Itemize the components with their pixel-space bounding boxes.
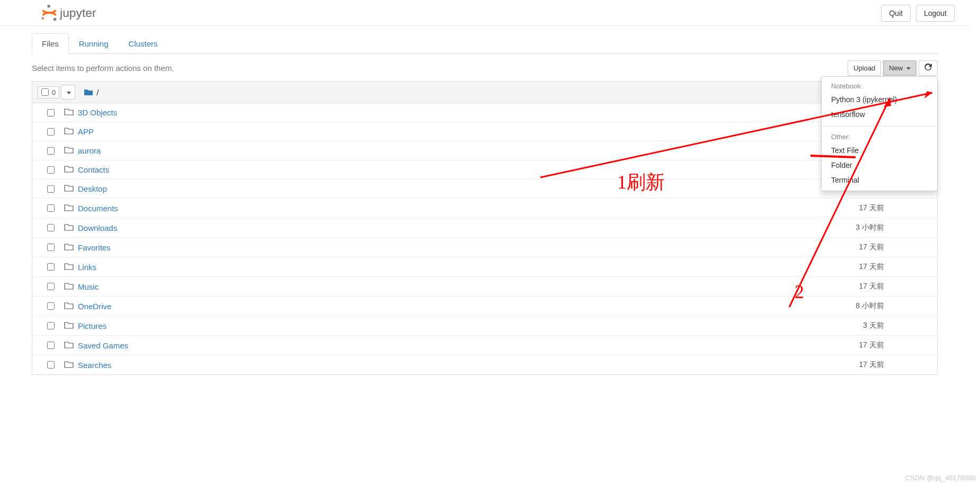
- file-name-link[interactable]: OneDrive: [78, 302, 111, 311]
- svg-point-0: [47, 5, 50, 8]
- new-button-label: New: [889, 64, 903, 72]
- logout-button[interactable]: Logout: [916, 5, 955, 22]
- file-modified: 3 小时前: [856, 223, 932, 232]
- caret-down-icon: [67, 92, 71, 94]
- dropdown-header-other: Other:: [822, 131, 937, 143]
- file-name-link[interactable]: aurora: [78, 146, 101, 155]
- folder-icon: [64, 184, 74, 193]
- dropdown-divider: [822, 126, 937, 127]
- file-modified: 17 天前: [859, 340, 932, 350]
- tab-running[interactable]: Running: [69, 33, 119, 54]
- folder-icon: [64, 223, 74, 232]
- folder-icon: [84, 88, 93, 96]
- folder-icon: [64, 165, 74, 174]
- select-all-box[interactable]: 0: [38, 86, 59, 98]
- folder-icon: [64, 321, 74, 330]
- file-name-link[interactable]: Music: [78, 282, 99, 291]
- file-row: Downloads3 小时前: [32, 218, 937, 237]
- file-name-link[interactable]: Links: [78, 263, 96, 272]
- file-name-link[interactable]: Saved Games: [78, 341, 128, 350]
- row-checkbox[interactable]: [47, 283, 55, 290]
- file-modified: 8 小时前: [856, 301, 932, 311]
- file-row: Links17 天前: [32, 257, 937, 276]
- file-name-link[interactable]: Favorites: [78, 243, 111, 252]
- refresh-button[interactable]: [919, 60, 938, 76]
- file-name-link[interactable]: Desktop: [78, 184, 107, 193]
- file-name-link[interactable]: 3D Objects: [78, 108, 117, 117]
- select-dropdown-button[interactable]: [61, 85, 75, 100]
- row-checkbox[interactable]: [47, 322, 55, 329]
- file-row: Music17 天前: [32, 276, 937, 296]
- file-name-link[interactable]: APP: [78, 127, 94, 136]
- file-modified: 17 天前: [859, 360, 932, 370]
- file-row: APP: [32, 122, 937, 141]
- caret-down-icon: [906, 67, 911, 70]
- folder-icon: [64, 204, 74, 213]
- jupyter-logo[interactable]: jupyter: [10, 3, 123, 23]
- tabs: Files Running Clusters: [32, 33, 938, 54]
- dropdown-item-tensorflow[interactable]: tensorflow: [822, 107, 937, 122]
- dropdown-header-notebook: Notebook:: [822, 80, 937, 92]
- row-checkbox[interactable]: [47, 361, 55, 369]
- tab-clusters[interactable]: Clusters: [119, 33, 168, 54]
- row-checkbox[interactable]: [47, 244, 55, 251]
- folder-icon: [64, 243, 74, 252]
- row-checkbox[interactable]: [47, 147, 55, 155]
- file-modified: 3 天前: [863, 321, 932, 330]
- row-checkbox[interactable]: [47, 128, 55, 136]
- folder-icon: [64, 108, 74, 117]
- file-row: Desktop: [32, 179, 937, 198]
- folder-icon: [64, 302, 74, 311]
- header-bar: jupyter Quit Logout: [0, 0, 969, 26]
- dropdown-item-terminal[interactable]: Terminal: [822, 173, 937, 187]
- file-name-link[interactable]: Searches: [78, 361, 111, 370]
- row-checkbox[interactable]: [47, 263, 55, 271]
- row-checkbox[interactable]: [47, 185, 55, 193]
- file-row: Favorites17 天前: [32, 237, 937, 257]
- file-name-link[interactable]: Pictures: [78, 321, 106, 330]
- file-modified: 17 天前: [859, 282, 932, 291]
- row-checkbox[interactable]: [47, 342, 55, 349]
- breadcrumb[interactable]: /: [84, 88, 99, 97]
- dropdown-item-folder[interactable]: Folder: [822, 158, 937, 173]
- svg-point-1: [54, 18, 57, 21]
- hint-text: Select items to perform actions on them.: [32, 64, 174, 73]
- file-row: Saved Games17 天前: [32, 335, 937, 355]
- file-row: Documents17 天前: [32, 198, 937, 218]
- folder-icon: [64, 263, 74, 272]
- folder-icon: [64, 361, 74, 370]
- file-name-link[interactable]: Documents: [78, 204, 118, 213]
- file-modified: 17 天前: [859, 262, 932, 272]
- row-checkbox[interactable]: [47, 109, 55, 116]
- new-button[interactable]: New: [883, 60, 916, 76]
- file-row: Searches17 天前: [32, 355, 937, 374]
- file-row: 3D Objects: [32, 103, 937, 122]
- file-row: Contacts: [32, 160, 937, 179]
- row-checkbox[interactable]: [47, 224, 55, 231]
- select-all-checkbox[interactable]: [41, 88, 49, 96]
- refresh-icon: [924, 64, 932, 73]
- select-count: 0: [52, 88, 56, 96]
- folder-icon: [64, 341, 74, 350]
- file-row: Pictures3 天前: [32, 316, 937, 335]
- row-checkbox[interactable]: [47, 302, 55, 310]
- folder-icon: [64, 282, 74, 291]
- file-list-header: 0 / Name e: [32, 81, 938, 103]
- row-checkbox[interactable]: [47, 204, 55, 212]
- folder-icon: [64, 127, 74, 136]
- row-checkbox[interactable]: [47, 166, 55, 174]
- tab-files[interactable]: Files: [32, 33, 69, 54]
- file-row: aurora: [32, 141, 937, 160]
- quit-button[interactable]: Quit: [881, 5, 911, 22]
- file-modified: 17 天前: [859, 203, 932, 213]
- svg-text:jupyter: jupyter: [59, 6, 96, 20]
- breadcrumb-root[interactable]: /: [96, 88, 99, 97]
- upload-button[interactable]: Upload: [848, 60, 881, 76]
- dropdown-item-python3[interactable]: Python 3 (ipykernel): [822, 92, 937, 107]
- folder-icon: [64, 146, 74, 155]
- dropdown-item-textfile[interactable]: Text File: [822, 143, 937, 158]
- file-name-link[interactable]: Downloads: [78, 223, 117, 232]
- new-dropdown-menu: Notebook: Python 3 (ipykernel) tensorflo…: [821, 76, 938, 191]
- file-name-link[interactable]: Contacts: [78, 165, 109, 174]
- watermark: CSDN @qq_46176086: [905, 474, 976, 482]
